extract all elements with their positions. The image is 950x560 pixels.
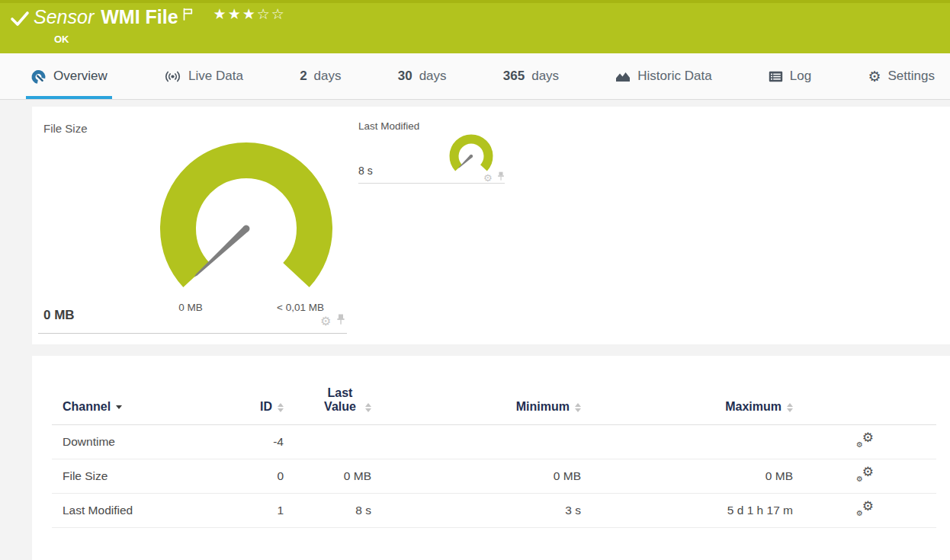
channels-panel: Channel ID Last Value Minimum Maximum Do… bbox=[32, 356, 950, 560]
channel-id: -4 bbox=[229, 435, 284, 449]
file-size-gauge[interactable] bbox=[155, 137, 338, 323]
column-header-last-value-label: Last Value bbox=[320, 386, 360, 414]
favorite-flag-icon[interactable] bbox=[182, 8, 194, 24]
tab-2-days-number: 2 bbox=[300, 69, 307, 84]
column-header-last-value[interactable]: Last Value bbox=[284, 386, 371, 414]
channel-minimum: 0 MB bbox=[371, 469, 581, 483]
table-row-last-modified[interactable]: Last Modified 1 8 s 3 s 5 d 1 h 17 m bbox=[52, 494, 936, 528]
tab-settings-label: Settings bbox=[887, 69, 934, 84]
tab-365-days-number: 365 bbox=[503, 69, 525, 84]
gauges-panel: File Size 0 MB < 0,01 MB 0 MB Last Modif… bbox=[32, 107, 950, 344]
sensor-header: SensorWMI File ★★★☆☆ OK bbox=[0, 0, 950, 53]
tab-log-label: Log bbox=[790, 69, 811, 84]
column-header-minimum-label: Minimum bbox=[516, 400, 570, 413]
file-size-scale-max: < 0,01 MB bbox=[266, 302, 335, 313]
tab-30-days-label: days bbox=[419, 69, 447, 84]
tab-2-days[interactable]: 2 days bbox=[295, 53, 345, 99]
channel-name: File Size bbox=[52, 469, 229, 483]
status-ok-check-icon bbox=[10, 10, 30, 31]
tab-historic-data-label: Historic Data bbox=[637, 69, 711, 84]
tab-365-days-label: days bbox=[531, 69, 559, 84]
tab-log[interactable]: Log bbox=[764, 53, 816, 99]
sensor-title-line: SensorWMI File ★★★☆☆ bbox=[34, 6, 286, 28]
last-modified-gauge-title: Last Modified bbox=[358, 120, 419, 132]
sort-icon[interactable] bbox=[365, 403, 371, 412]
widget-pin-icon[interactable] bbox=[336, 314, 345, 328]
live-broadcast-icon bbox=[164, 70, 181, 83]
last-modified-widget-divider bbox=[358, 183, 505, 184]
tab-bar: Overview Live Data 2 days 30 days 365 da… bbox=[0, 53, 950, 100]
file-size-widget-divider bbox=[38, 333, 347, 334]
gear-icon bbox=[868, 69, 881, 84]
file-size-widget-actions bbox=[320, 314, 345, 328]
sort-icon[interactable] bbox=[278, 403, 284, 412]
channel-table: Channel ID Last Value Minimum Maximum Do… bbox=[52, 356, 936, 528]
tab-365-days[interactable]: 365 days bbox=[499, 53, 563, 99]
sort-active-caret-icon bbox=[116, 405, 122, 409]
sort-icon[interactable] bbox=[575, 403, 581, 412]
column-header-id-label: ID bbox=[260, 400, 272, 413]
channel-name: Downtime bbox=[52, 435, 229, 449]
channel-last-value: 0 MB bbox=[284, 469, 371, 483]
channel-table-header: Channel ID Last Value Minimum Maximum bbox=[52, 356, 936, 425]
column-header-channel[interactable]: Channel bbox=[52, 400, 229, 414]
column-header-id[interactable]: ID bbox=[229, 400, 284, 414]
column-header-channel-label: Channel bbox=[63, 400, 111, 413]
tab-settings[interactable]: Settings bbox=[863, 53, 939, 99]
file-size-current-value: 0 MB bbox=[43, 308, 75, 323]
sensor-name: WMI File bbox=[101, 6, 178, 27]
tab-historic-data[interactable]: Historic Data bbox=[611, 53, 716, 99]
channel-id: 0 bbox=[229, 469, 284, 483]
widget-gear-icon[interactable] bbox=[320, 315, 331, 328]
table-row-file-size[interactable]: File Size 0 0 MB 0 MB 0 MB bbox=[52, 459, 936, 494]
channel-settings-button[interactable] bbox=[855, 466, 874, 483]
priority-stars[interactable]: ★★★☆☆ bbox=[213, 5, 286, 23]
priority-stars-empty: ☆☆ bbox=[257, 6, 286, 22]
sensor-status-text: OK bbox=[54, 34, 69, 45]
channel-minimum: 3 s bbox=[371, 504, 581, 517]
channel-id: 1 bbox=[229, 504, 284, 517]
table-row-downtime[interactable]: Downtime -4 bbox=[52, 425, 936, 459]
tab-overview[interactable]: Overview bbox=[26, 53, 112, 99]
column-header-maximum[interactable]: Maximum bbox=[581, 400, 793, 414]
channel-maximum: 5 d 1 h 17 m bbox=[581, 504, 793, 517]
file-size-scale-min: 0 MB bbox=[168, 302, 213, 313]
channel-settings-button[interactable] bbox=[855, 501, 874, 517]
object-kind-label: Sensor bbox=[34, 6, 94, 27]
file-size-gauge-title: File Size bbox=[43, 122, 88, 135]
widget-gear-icon[interactable] bbox=[483, 173, 493, 183]
channel-name: Last Modified bbox=[52, 504, 229, 517]
tab-live-data[interactable]: Live Data bbox=[159, 53, 248, 99]
column-header-maximum-label: Maximum bbox=[725, 400, 782, 413]
channel-settings-button[interactable] bbox=[855, 432, 874, 449]
last-modified-current-value: 8 s bbox=[358, 165, 373, 177]
tab-live-data-label: Live Data bbox=[188, 69, 243, 84]
sort-icon[interactable] bbox=[787, 403, 793, 412]
tab-overview-label: Overview bbox=[53, 69, 108, 84]
priority-stars-filled: ★★★ bbox=[213, 6, 257, 22]
gauge-icon bbox=[30, 69, 47, 85]
area-chart-icon bbox=[615, 70, 631, 82]
column-header-minimum[interactable]: Minimum bbox=[371, 400, 581, 414]
channel-last-value: 8 s bbox=[284, 504, 371, 517]
channel-maximum: 0 MB bbox=[581, 469, 793, 483]
tab-30-days-number: 30 bbox=[398, 69, 412, 84]
tab-30-days[interactable]: 30 days bbox=[393, 53, 451, 99]
tab-2-days-label: days bbox=[314, 69, 342, 84]
log-list-icon bbox=[769, 71, 783, 82]
